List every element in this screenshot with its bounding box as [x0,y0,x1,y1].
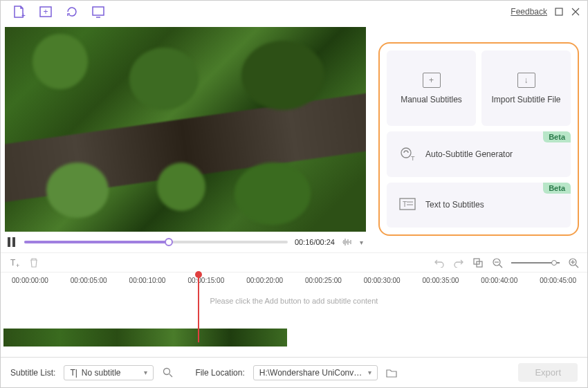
search-icon[interactable] [162,367,173,378]
video-clip[interactable] [3,329,287,347]
waveform-icon[interactable] [342,237,353,248]
svg-text:+: + [43,7,48,17]
timeline-toolbar: T+ [1,252,587,272]
tick: 00:00:10:00 [118,277,177,284]
tick: 00:00:30:00 [353,277,412,284]
timeline[interactable]: 00:00:00:00 00:00:05:00 00:00:10:00 00:0… [1,272,587,359]
text-label: Text to Subtitles [425,200,484,210]
file-location-select[interactable]: H:\Wondershare UniConverter 1 ▾ [253,365,378,380]
add-subtitle-icon[interactable]: T+ [9,257,20,268]
new-file-icon[interactable]: + [12,4,27,19]
svg-text:T: T [403,201,407,208]
titlebar: + + Feedback [1,1,587,23]
tick: 00:00:15:00 [176,277,235,284]
zoom-slider[interactable] [511,262,560,264]
screen-icon[interactable] [91,4,106,19]
svg-point-23 [163,369,169,375]
folder-icon[interactable] [386,367,397,378]
timeline-ticks: 00:00:00:00 00:00:05:00 00:00:10:00 00:0… [1,272,587,284]
manual-label: Manual Subtitles [401,95,462,104]
preview-pane: 00:16/00:24 ▾ [1,23,370,252]
text-icon: T [399,198,416,212]
close-icon[interactable] [571,7,580,17]
import-label: Import Subtitle File [491,95,560,104]
subtitle-options-panel: + Manual Subtitles ↓ Import Subtitle Fil… [370,23,587,252]
zoom-out-icon[interactable] [492,257,503,268]
crop-icon[interactable] [472,257,484,268]
redo-icon[interactable] [453,257,464,268]
window-controls: Feedback [511,7,580,17]
video-preview[interactable] [5,27,366,232]
zoom-in-icon[interactable] [568,257,579,268]
footer: Subtitle List: T| No subtitle ▾ File Loc… [1,357,587,387]
beta-badge: Beta [543,183,571,194]
toolbar: + + [8,4,106,19]
svg-text:+: + [16,262,19,268]
tick: 00:00:20:00 [235,277,294,284]
beta-badge: Beta [543,131,571,142]
main-area: 00:16/00:24 ▾ + Manual Subtitles ↓ Impor… [1,23,587,252]
tick: 00:00:25:00 [294,277,353,284]
feedback-link[interactable]: Feedback [511,7,547,17]
svg-line-24 [169,374,172,377]
time-display: 00:16/00:24 [295,238,335,246]
subtitle-icon: T| [70,368,77,378]
subtitle-list-label: Subtitle List: [10,368,55,378]
text-to-subtitles-card[interactable]: Beta T Text to Subtitles [387,183,571,228]
pause-button[interactable] [8,237,17,247]
tick: 00:00:00:00 [1,277,59,284]
svg-text:+: + [21,12,26,19]
subtitle-value: No subtitle [82,368,121,378]
subtitle-list-select[interactable]: T| No subtitle ▾ [64,365,154,380]
timeline-hint: Please click the Add button to add subti… [1,297,587,305]
progress-bar[interactable] [24,241,288,243]
add-media-icon[interactable]: + [38,4,53,19]
delete-icon[interactable] [28,257,39,268]
svg-point-6 [401,148,411,158]
svg-line-18 [499,265,502,268]
player-controls: 00:16/00:24 ▾ [5,232,366,252]
undo-icon[interactable] [434,257,445,268]
tick: 00:00:40:00 [470,277,529,284]
svg-text:T: T [411,155,415,162]
auto-icon: T [399,147,416,162]
manual-icon: + [423,73,441,88]
svg-line-22 [576,265,578,268]
refresh-icon[interactable] [64,4,80,19]
svg-rect-5 [555,8,562,15]
location-value: H:\Wondershare UniConverter 1 [259,368,364,378]
manual-subtitles-card[interactable]: + Manual Subtitles [387,50,476,126]
playhead[interactable] [198,274,199,342]
import-icon: ↓ [517,73,535,88]
tick: 00:00:05:00 [59,277,118,284]
tick: 00:00:45:00 [529,277,587,284]
svg-rect-3 [93,7,104,15]
svg-text:T: T [10,258,16,268]
file-location-label: File Location: [195,368,244,378]
maximize-icon[interactable] [554,7,564,17]
import-subtitle-card[interactable]: ↓ Import Subtitle File [481,50,571,126]
auto-label: Auto-Subtitle Generator [425,149,513,159]
export-button[interactable]: Export [518,363,578,382]
options-box: + Manual Subtitles ↓ Import Subtitle Fil… [378,42,579,236]
tick: 00:00:35:00 [412,277,470,284]
chevron-down-icon: ▾ [368,369,371,376]
auto-subtitle-card[interactable]: Beta T Auto-Subtitle Generator [387,131,571,176]
chevron-down-icon: ▾ [144,369,147,376]
chevron-down-icon[interactable]: ▾ [360,239,363,246]
